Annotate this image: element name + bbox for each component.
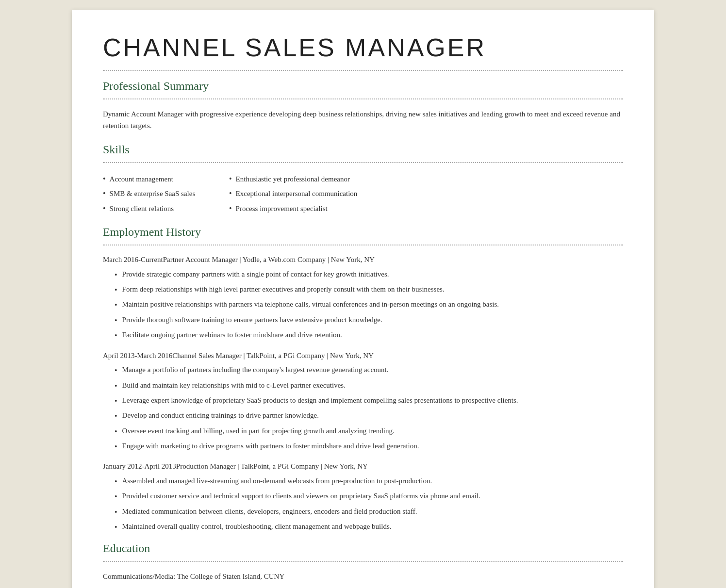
skills-heading: Skills [103,143,623,156]
bullet-item: Develop and conduct enticing trainings t… [103,409,623,423]
professional-summary-section: Professional Summary Dynamic Account Man… [103,80,623,131]
employment-heading: Employment History [103,226,623,239]
bullet-item: Facilitate ongoing partner webinars to f… [103,329,623,342]
skill-item: Account management [103,172,229,186]
bullet-item: Maintained overall quality control, trou… [103,521,623,534]
education-section: Education Communications/Media: The Coll… [103,542,623,582]
education-divider [103,561,623,562]
skill-item: Strong client relations [103,201,229,216]
job-1-header: March 2016-CurrentPartner Account Manage… [103,254,623,265]
skill-item: Enthusiastic yet professional demeanor [229,172,623,186]
skills-grid: Account management SMB & enterprise SaaS… [103,172,623,216]
resume-title: CHANNEL SALES MANAGER [103,33,623,62]
skills-col-2: Enthusiastic yet professional demeanor E… [229,172,623,216]
skills-col-1: Account management SMB & enterprise SaaS… [103,172,229,216]
bullet-item: Provide strategic company partners with … [103,268,623,281]
job-3-bullets: Assembled and managed live-streaming and… [103,475,623,534]
bullet-item: Engage with marketing to drive programs … [103,440,623,453]
skill-item: Process improvement specialist [229,201,623,216]
bullet-item: Mediated communication between clients, … [103,506,623,519]
skill-item: SMB & enterprise SaaS sales [103,186,229,201]
bullet-item: Provided customer service and technical … [103,490,623,503]
job-2-header: April 2013-March 2016Channel Sales Manag… [103,350,623,361]
bullet-item: Assembled and managed live-streaming and… [103,475,623,488]
bullet-item: Provide thorough software training to en… [103,314,623,327]
summary-divider [103,98,623,99]
employment-section: Employment History March 2016-CurrentPar… [103,226,623,534]
education-heading: Education [103,542,623,555]
resume-page: CHANNEL SALES MANAGER Professional Summa… [72,10,654,588]
bullet-item: Manage a portfolio of partners including… [103,364,623,377]
bullet-item: Oversee event tracking and billing, used… [103,425,623,438]
professional-summary-body: Dynamic Account Manager with progressive… [103,108,623,131]
job-2-bullets: Manage a portfolio of partners including… [103,364,623,453]
job-1-bullets: Provide strategic company partners with … [103,268,623,343]
bullet-item: Form deep relationships with high level … [103,283,623,296]
skills-divider [103,162,623,163]
bullet-item: Maintain positive relationships with par… [103,298,623,311]
skills-section: Skills Account management SMB & enterpri… [103,143,623,216]
bullet-item: Build and maintain key relationships wit… [103,379,623,392]
job-3-header: January 2012-April 2013Production Manage… [103,461,623,472]
employment-divider [103,245,623,245]
education-body: Communications/Media: The College of Sta… [103,571,623,582]
skill-item: Exceptional interpersonal communication [229,186,623,201]
bullet-item: Leverage expert knowledge of proprietary… [103,394,623,408]
title-divider [103,70,623,71]
professional-summary-heading: Professional Summary [103,80,623,93]
